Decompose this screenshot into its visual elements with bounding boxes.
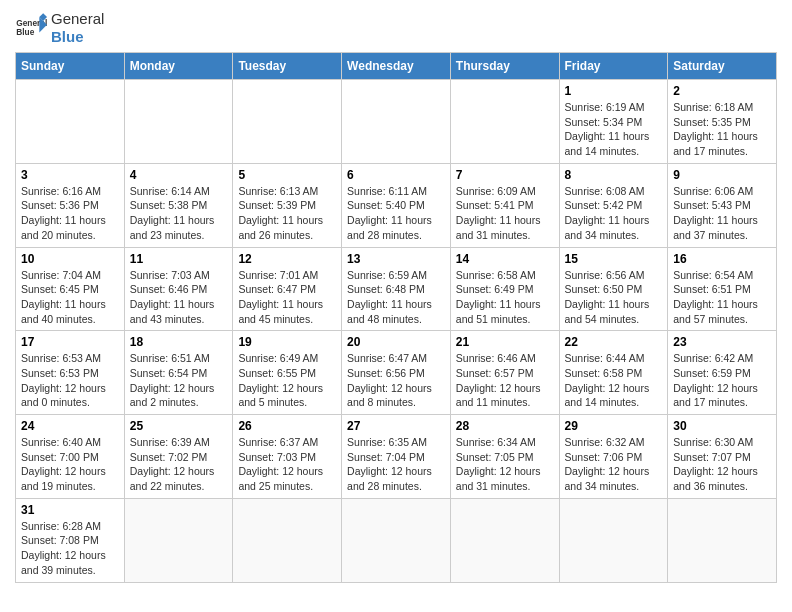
- day-cell: 23Sunrise: 6:42 AM Sunset: 6:59 PM Dayli…: [668, 331, 777, 415]
- day-info: Sunrise: 7:03 AM Sunset: 6:46 PM Dayligh…: [130, 268, 228, 327]
- day-cell: 4Sunrise: 6:14 AM Sunset: 5:38 PM Daylig…: [124, 163, 233, 247]
- day-info: Sunrise: 6:46 AM Sunset: 6:57 PM Dayligh…: [456, 351, 554, 410]
- day-cell: 31Sunrise: 6:28 AM Sunset: 7:08 PM Dayli…: [16, 498, 125, 582]
- week-row-2: 10Sunrise: 7:04 AM Sunset: 6:45 PM Dayli…: [16, 247, 777, 331]
- day-info: Sunrise: 6:19 AM Sunset: 5:34 PM Dayligh…: [565, 100, 663, 159]
- logo-general: General: [51, 10, 104, 28]
- day-info: Sunrise: 6:32 AM Sunset: 7:06 PM Dayligh…: [565, 435, 663, 494]
- week-row-1: 3Sunrise: 6:16 AM Sunset: 5:36 PM Daylig…: [16, 163, 777, 247]
- day-cell: [124, 498, 233, 582]
- header-cell-friday: Friday: [559, 53, 668, 80]
- day-number: 23: [673, 335, 771, 349]
- day-cell: 2Sunrise: 6:18 AM Sunset: 5:35 PM Daylig…: [668, 80, 777, 164]
- day-cell: 7Sunrise: 6:09 AM Sunset: 5:41 PM Daylig…: [450, 163, 559, 247]
- day-info: Sunrise: 6:16 AM Sunset: 5:36 PM Dayligh…: [21, 184, 119, 243]
- day-cell: [16, 80, 125, 164]
- day-number: 17: [21, 335, 119, 349]
- header-cell-thursday: Thursday: [450, 53, 559, 80]
- calendar-body: 1Sunrise: 6:19 AM Sunset: 5:34 PM Daylig…: [16, 80, 777, 583]
- week-row-0: 1Sunrise: 6:19 AM Sunset: 5:34 PM Daylig…: [16, 80, 777, 164]
- day-info: Sunrise: 6:34 AM Sunset: 7:05 PM Dayligh…: [456, 435, 554, 494]
- day-number: 16: [673, 252, 771, 266]
- svg-text:Blue: Blue: [16, 27, 34, 37]
- day-number: 13: [347, 252, 445, 266]
- day-number: 9: [673, 168, 771, 182]
- day-cell: 25Sunrise: 6:39 AM Sunset: 7:02 PM Dayli…: [124, 415, 233, 499]
- day-number: 21: [456, 335, 554, 349]
- day-cell: 21Sunrise: 6:46 AM Sunset: 6:57 PM Dayli…: [450, 331, 559, 415]
- day-cell: 18Sunrise: 6:51 AM Sunset: 6:54 PM Dayli…: [124, 331, 233, 415]
- day-info: Sunrise: 7:04 AM Sunset: 6:45 PM Dayligh…: [21, 268, 119, 327]
- day-number: 24: [21, 419, 119, 433]
- day-number: 22: [565, 335, 663, 349]
- day-info: Sunrise: 6:35 AM Sunset: 7:04 PM Dayligh…: [347, 435, 445, 494]
- week-row-3: 17Sunrise: 6:53 AM Sunset: 6:53 PM Dayli…: [16, 331, 777, 415]
- day-info: Sunrise: 6:42 AM Sunset: 6:59 PM Dayligh…: [673, 351, 771, 410]
- day-info: Sunrise: 6:13 AM Sunset: 5:39 PM Dayligh…: [238, 184, 336, 243]
- day-number: 25: [130, 419, 228, 433]
- header-cell-saturday: Saturday: [668, 53, 777, 80]
- day-number: 14: [456, 252, 554, 266]
- day-cell: [668, 498, 777, 582]
- day-cell: 13Sunrise: 6:59 AM Sunset: 6:48 PM Dayli…: [342, 247, 451, 331]
- day-cell: 16Sunrise: 6:54 AM Sunset: 6:51 PM Dayli…: [668, 247, 777, 331]
- day-number: 15: [565, 252, 663, 266]
- day-info: Sunrise: 6:28 AM Sunset: 7:08 PM Dayligh…: [21, 519, 119, 578]
- day-cell: 5Sunrise: 6:13 AM Sunset: 5:39 PM Daylig…: [233, 163, 342, 247]
- header-cell-tuesday: Tuesday: [233, 53, 342, 80]
- day-info: Sunrise: 6:40 AM Sunset: 7:00 PM Dayligh…: [21, 435, 119, 494]
- week-row-5: 31Sunrise: 6:28 AM Sunset: 7:08 PM Dayli…: [16, 498, 777, 582]
- day-number: 2: [673, 84, 771, 98]
- week-row-4: 24Sunrise: 6:40 AM Sunset: 7:00 PM Dayli…: [16, 415, 777, 499]
- day-cell: 28Sunrise: 6:34 AM Sunset: 7:05 PM Dayli…: [450, 415, 559, 499]
- day-number: 10: [21, 252, 119, 266]
- day-info: Sunrise: 6:06 AM Sunset: 5:43 PM Dayligh…: [673, 184, 771, 243]
- day-cell: 22Sunrise: 6:44 AM Sunset: 6:58 PM Dayli…: [559, 331, 668, 415]
- header-cell-wednesday: Wednesday: [342, 53, 451, 80]
- logo-blue: Blue: [51, 28, 104, 46]
- day-cell: 6Sunrise: 6:11 AM Sunset: 5:40 PM Daylig…: [342, 163, 451, 247]
- generalblue-logo-icon: General Blue: [15, 12, 47, 44]
- day-info: Sunrise: 6:51 AM Sunset: 6:54 PM Dayligh…: [130, 351, 228, 410]
- day-cell: 8Sunrise: 6:08 AM Sunset: 5:42 PM Daylig…: [559, 163, 668, 247]
- day-info: Sunrise: 6:47 AM Sunset: 6:56 PM Dayligh…: [347, 351, 445, 410]
- day-info: Sunrise: 6:30 AM Sunset: 7:07 PM Dayligh…: [673, 435, 771, 494]
- day-info: Sunrise: 6:09 AM Sunset: 5:41 PM Dayligh…: [456, 184, 554, 243]
- day-number: 29: [565, 419, 663, 433]
- day-info: Sunrise: 6:59 AM Sunset: 6:48 PM Dayligh…: [347, 268, 445, 327]
- day-cell: 3Sunrise: 6:16 AM Sunset: 5:36 PM Daylig…: [16, 163, 125, 247]
- day-info: Sunrise: 6:49 AM Sunset: 6:55 PM Dayligh…: [238, 351, 336, 410]
- day-cell: [233, 498, 342, 582]
- calendar-table: SundayMondayTuesdayWednesdayThursdayFrid…: [15, 52, 777, 583]
- day-cell: 15Sunrise: 6:56 AM Sunset: 6:50 PM Dayli…: [559, 247, 668, 331]
- day-number: 1: [565, 84, 663, 98]
- day-cell: 14Sunrise: 6:58 AM Sunset: 6:49 PM Dayli…: [450, 247, 559, 331]
- logo: General Blue General Blue: [15, 10, 104, 46]
- day-info: Sunrise: 6:44 AM Sunset: 6:58 PM Dayligh…: [565, 351, 663, 410]
- day-number: 11: [130, 252, 228, 266]
- day-number: 30: [673, 419, 771, 433]
- day-cell: [342, 498, 451, 582]
- day-number: 5: [238, 168, 336, 182]
- day-cell: 30Sunrise: 6:30 AM Sunset: 7:07 PM Dayli…: [668, 415, 777, 499]
- day-number: 28: [456, 419, 554, 433]
- day-number: 18: [130, 335, 228, 349]
- day-number: 3: [21, 168, 119, 182]
- calendar-header-row: SundayMondayTuesdayWednesdayThursdayFrid…: [16, 53, 777, 80]
- day-info: Sunrise: 6:56 AM Sunset: 6:50 PM Dayligh…: [565, 268, 663, 327]
- day-cell: [233, 80, 342, 164]
- day-cell: 19Sunrise: 6:49 AM Sunset: 6:55 PM Dayli…: [233, 331, 342, 415]
- day-cell: 26Sunrise: 6:37 AM Sunset: 7:03 PM Dayli…: [233, 415, 342, 499]
- day-number: 31: [21, 503, 119, 517]
- day-number: 27: [347, 419, 445, 433]
- day-cell: 20Sunrise: 6:47 AM Sunset: 6:56 PM Dayli…: [342, 331, 451, 415]
- day-number: 6: [347, 168, 445, 182]
- day-cell: [342, 80, 451, 164]
- day-cell: [124, 80, 233, 164]
- day-number: 4: [130, 168, 228, 182]
- day-cell: 27Sunrise: 6:35 AM Sunset: 7:04 PM Dayli…: [342, 415, 451, 499]
- day-cell: 10Sunrise: 7:04 AM Sunset: 6:45 PM Dayli…: [16, 247, 125, 331]
- day-cell: 24Sunrise: 6:40 AM Sunset: 7:00 PM Dayli…: [16, 415, 125, 499]
- day-number: 12: [238, 252, 336, 266]
- day-info: Sunrise: 6:39 AM Sunset: 7:02 PM Dayligh…: [130, 435, 228, 494]
